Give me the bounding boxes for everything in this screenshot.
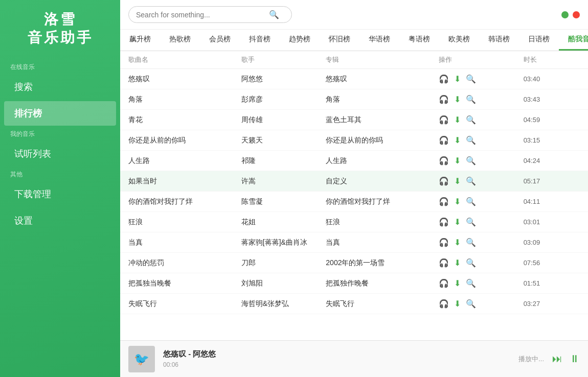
song-duration: 04:59	[524, 116, 580, 124]
tab-1[interactable]: 热歌榜	[160, 30, 200, 51]
download-icon[interactable]: ⬇	[454, 258, 461, 268]
search-detail-icon[interactable]: 🔍	[466, 278, 476, 288]
search-detail-icon[interactable]: 🔍	[466, 176, 476, 186]
search-detail-icon[interactable]: 🔍	[466, 95, 476, 104]
tab-3[interactable]: 抖音榜	[240, 30, 280, 51]
table-row: 青花 周传雄 蓝色土耳其 🎧 ⬇ 🔍 04:59	[120, 110, 588, 130]
next-track-button[interactable]: ⏭	[552, 353, 562, 365]
download-icon[interactable]: ⬇	[454, 238, 461, 247]
search-detail-icon[interactable]: 🔍	[466, 299, 476, 309]
table-row: 你还是从前的你吗 天籁天 你还是从前的你吗 🎧 ⬇ 🔍 03:15	[120, 130, 588, 151]
tab-8[interactable]: 欧美榜	[439, 30, 479, 51]
song-title: 狂浪	[128, 218, 241, 227]
song-album: 角落	[326, 95, 439, 104]
listen-icon[interactable]: 🎧	[439, 238, 449, 247]
song-title: 悠殇叹	[128, 75, 241, 84]
song-album: 你还是从前的你吗	[326, 136, 439, 145]
listen-icon[interactable]: 🎧	[439, 217, 449, 227]
tab-6[interactable]: 华语榜	[359, 30, 399, 51]
download-icon[interactable]: ⬇	[454, 115, 461, 125]
song-duration: 03:09	[524, 239, 580, 246]
table-row: 冲动的惩罚 刀郎 2002年的第一场雪 🎧 ⬇ 🔍 07:56	[120, 253, 588, 273]
song-artist: 周传雄	[241, 115, 326, 125]
download-icon[interactable]: ⬇	[454, 217, 461, 227]
search-detail-icon[interactable]: 🔍	[466, 115, 476, 125]
song-title: 人生路	[128, 156, 241, 166]
song-album: 2002年的第一场雪	[326, 258, 439, 268]
search-detail-icon[interactable]: 🔍	[466, 135, 476, 145]
song-duration: 07:56	[524, 259, 580, 267]
song-actions: 🎧 ⬇ 🔍	[439, 258, 524, 268]
window-btn-red[interactable]	[573, 11, 580, 18]
song-list: 悠殇叹 阿悠悠 悠殇叹 🎧 ⬇ 🔍 03:40 角落 彭席彦 角落 🎧 ⬇ 🔍 …	[120, 69, 588, 340]
table-row: 悠殇叹 阿悠悠 悠殇叹 🎧 ⬇ 🔍 03:40	[120, 69, 588, 89]
tab-11[interactable]: 酷我音乐	[559, 30, 588, 51]
listen-icon[interactable]: 🎧	[439, 176, 449, 186]
main-content: 🔍 飙升榜热歌榜会员榜抖音榜趋势榜怀旧榜华语榜粤语榜欧美榜韩语榜日语榜酷我音乐 …	[120, 0, 588, 377]
download-icon[interactable]: ⬇	[454, 95, 461, 104]
song-actions: 🎧 ⬇ 🔍	[439, 135, 524, 145]
listen-icon[interactable]: 🎧	[439, 135, 449, 145]
listen-icon[interactable]: 🎧	[439, 115, 449, 125]
sidebar-item-trial-list[interactable]: 试听列表	[4, 142, 116, 166]
song-duration: 03:43	[524, 96, 580, 103]
song-artist: 蒋家驹[蒋蒋]&曲肖冰	[241, 238, 326, 247]
song-album: 把孤独作晚餐	[326, 279, 439, 288]
song-artist: 陈雪凝	[241, 197, 326, 206]
download-icon[interactable]: ⬇	[454, 278, 461, 288]
song-title: 你还是从前的你吗	[128, 136, 241, 145]
col-header-artist: 歌手	[241, 55, 326, 64]
song-album: 失眠飞行	[326, 299, 439, 309]
listen-icon[interactable]: 🎧	[439, 74, 449, 84]
song-actions: 🎧 ⬇ 🔍	[439, 197, 524, 206]
tab-9[interactable]: 韩语榜	[479, 30, 519, 51]
listen-icon[interactable]: 🎧	[439, 156, 449, 166]
search-detail-icon[interactable]: 🔍	[466, 197, 476, 206]
song-title: 如果当时	[128, 177, 241, 186]
pause-button[interactable]: ⏸	[570, 353, 580, 365]
download-icon[interactable]: ⬇	[454, 299, 461, 309]
tab-2[interactable]: 会员榜	[200, 30, 240, 51]
listen-icon[interactable]: 🎧	[439, 299, 449, 309]
tab-7[interactable]: 粤语榜	[399, 30, 439, 51]
song-artist: 海哲明&张梦弘	[241, 299, 326, 309]
search-box[interactable]: 🔍	[128, 6, 292, 23]
table-row: 人生路 祁隆 人生路 🎧 ⬇ 🔍 04:24	[120, 151, 588, 171]
song-title: 把孤独当晚餐	[128, 279, 241, 288]
tab-10[interactable]: 日语榜	[519, 30, 559, 51]
song-actions: 🎧 ⬇ 🔍	[439, 74, 524, 84]
tab-0[interactable]: 飙升榜	[120, 30, 160, 51]
sidebar-item-search[interactable]: 搜索	[4, 75, 116, 99]
window-btn-green[interactable]	[561, 11, 569, 18]
download-icon[interactable]: ⬇	[454, 156, 461, 166]
table-row: 把孤独当晚餐 刘旭阳 把孤独作晚餐 🎧 ⬇ 🔍 01:51	[120, 273, 588, 294]
sidebar-item-rankings[interactable]: 排行榜	[4, 101, 116, 126]
listen-icon[interactable]: 🎧	[439, 95, 449, 104]
listen-icon[interactable]: 🎧	[439, 197, 449, 206]
table-row: 如果当时 许嵩 自定义 🎧 ⬇ 🔍 05:17	[120, 171, 588, 192]
search-detail-icon[interactable]: 🔍	[466, 238, 476, 247]
song-actions: 🎧 ⬇ 🔍	[439, 278, 524, 288]
search-detail-icon[interactable]: 🔍	[466, 156, 476, 166]
listen-icon[interactable]: 🎧	[439, 278, 449, 288]
section-label-mymusic: 我的音乐	[0, 127, 120, 140]
search-detail-icon[interactable]: 🔍	[466, 217, 476, 227]
download-icon[interactable]: ⬇	[454, 197, 461, 206]
song-actions: 🎧 ⬇ 🔍	[439, 176, 524, 186]
song-artist: 彭席彦	[241, 95, 326, 104]
listen-icon[interactable]: 🎧	[439, 258, 449, 268]
download-icon[interactable]: ⬇	[454, 74, 461, 84]
song-album: 自定义	[326, 177, 439, 186]
search-detail-icon[interactable]: 🔍	[466, 258, 476, 268]
download-icon[interactable]: ⬇	[454, 176, 461, 186]
sidebar-item-settings[interactable]: 设置	[4, 208, 116, 233]
search-detail-icon[interactable]: 🔍	[466, 74, 476, 84]
song-title: 你的酒馆对我打了烊	[128, 197, 241, 206]
tab-4[interactable]: 趋势榜	[280, 30, 320, 51]
tab-5[interactable]: 怀旧榜	[320, 30, 359, 51]
download-icon[interactable]: ⬇	[454, 135, 461, 145]
search-input[interactable]	[136, 11, 269, 19]
sidebar-item-download[interactable]: 下载管理	[4, 182, 116, 206]
song-actions: 🎧 ⬇ 🔍	[439, 115, 524, 125]
song-title: 冲动的惩罚	[128, 258, 241, 268]
